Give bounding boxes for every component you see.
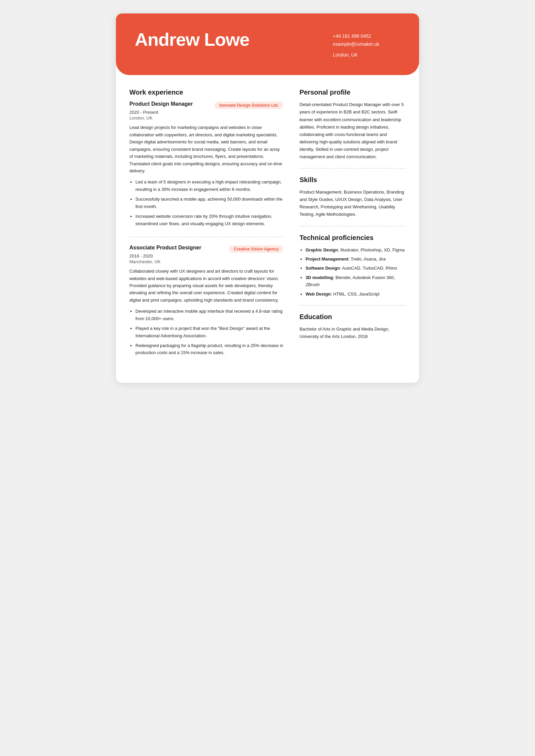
location: London, UK: [333, 51, 400, 59]
list-item: 3D modelling: Blender, Autodesk Fusion 3…: [306, 274, 406, 288]
job-2-header: Associate Product Designer Creative Visi…: [129, 245, 283, 253]
resume-body: Work experience Product Design Manager I…: [116, 75, 419, 383]
list-item: Led a team of 5 designers in executing a…: [135, 178, 283, 193]
work-experience-section: Work experience Product Design Manager I…: [129, 89, 283, 356]
tech-proficiencies-title: Technical proficiencies: [300, 234, 406, 242]
personal-profile-text: Detail-orientated Product Design Manager…: [300, 101, 406, 161]
tech-tools-2: : AutoCAD. TurboCAD, Rhino: [340, 266, 397, 271]
right-column: Personal profile Detail-orientated Produ…: [300, 89, 406, 366]
job-1-header: Product Design Manager Innovate Design S…: [129, 101, 283, 109]
job-2-title: Associate Product Designer: [129, 245, 201, 251]
personal-profile-section: Personal profile Detail-orientated Produ…: [300, 89, 406, 161]
tech-label-4: Web Design:: [306, 291, 332, 297]
job-1-company: Innovate Design Solutions Ltd.: [215, 102, 283, 109]
list-item: Successfully launched a mobile app, achi…: [135, 196, 283, 210]
work-experience-title: Work experience: [129, 89, 283, 96]
tech-tools-0: : Illustrator, Photoshop, XD, Figma: [338, 247, 405, 252]
education-title: Education: [300, 313, 406, 321]
list-item: Project Management: Trello, Asana, Jira: [306, 255, 406, 263]
list-item: Increased website conversion rate by 20%…: [135, 213, 283, 227]
skills-text: Product Management, Business Operations,…: [300, 188, 406, 218]
tech-label-1: Project Management: [306, 256, 348, 262]
contact-info: +44 161 496 0452 example@cvmaker.uk Lond…: [333, 30, 400, 59]
divider-3: [300, 226, 406, 227]
resume-header: Andrew Lowe +44 161 496 0452 example@cvm…: [116, 13, 419, 75]
technical-proficiencies-section: Technical proficiencies Graphic Design: …: [300, 234, 406, 298]
job-2-bullets: Developed an interactive mobile app inte…: [129, 308, 283, 356]
tech-label-0: Graphic Design: [306, 247, 338, 252]
list-item: Developed an interactive mobile app inte…: [135, 308, 283, 322]
job-2-description: Collaborated closely with UX designers a…: [129, 268, 283, 304]
job-2: Associate Product Designer Creative Visi…: [129, 245, 283, 356]
education-section: Education Bachelor of Arts in Graphic an…: [300, 313, 406, 340]
tech-tools-4: HTML, CSS, JavaScript: [332, 291, 379, 297]
job-1: Product Design Manager Innovate Design S…: [129, 101, 283, 227]
tech-label-3: 3D modelling: [306, 275, 333, 280]
education-text: Bachelor of Arts in Graphic and Media De…: [300, 325, 406, 340]
job-1-bullets: Led a team of 5 designers in executing a…: [129, 178, 283, 227]
list-item: Software Design: AutoCAD. TurboCAD, Rhin…: [306, 265, 406, 272]
divider-2: [300, 168, 406, 169]
job-1-description: Lead design projects for marketing campa…: [129, 124, 283, 174]
job-2-company: Creative Vision Agency: [229, 245, 283, 253]
divider-4: [300, 305, 406, 306]
job-2-dates: 2018 - 2020: [129, 253, 283, 259]
list-item: Web Design: HTML, CSS, JavaScript: [306, 290, 406, 298]
tech-label-2: Software Design: [306, 266, 340, 271]
personal-profile-title: Personal profile: [300, 89, 406, 96]
job-2-location: Manchester, UK: [129, 259, 283, 264]
left-column: Work experience Product Design Manager I…: [129, 89, 283, 366]
job-1-title: Product Design Manager: [129, 101, 193, 107]
resume-container: Andrew Lowe +44 161 496 0452 example@cvm…: [116, 13, 419, 383]
tech-tools-1: : Trello, Asana, Jira: [348, 256, 386, 262]
job-1-dates: 2020 - Present: [129, 110, 283, 115]
skills-title: Skills: [300, 176, 406, 184]
list-item: Redesigned packaging for a flagship prod…: [135, 342, 283, 356]
list-item: Played a key role in a project that won …: [135, 325, 283, 339]
phone: +44 161 496 0452: [333, 32, 400, 40]
job-1-location: London, UK: [129, 115, 283, 121]
email: example@cvmaker.uk: [333, 40, 400, 48]
list-item: Graphic Design: Illustrator, Photoshop, …: [306, 246, 406, 253]
skills-section: Skills Product Management, Business Oper…: [300, 176, 406, 218]
tech-list: Graphic Design: Illustrator, Photoshop, …: [300, 246, 406, 298]
candidate-name: Andrew Lowe: [135, 30, 249, 49]
divider-1: [129, 237, 283, 237]
